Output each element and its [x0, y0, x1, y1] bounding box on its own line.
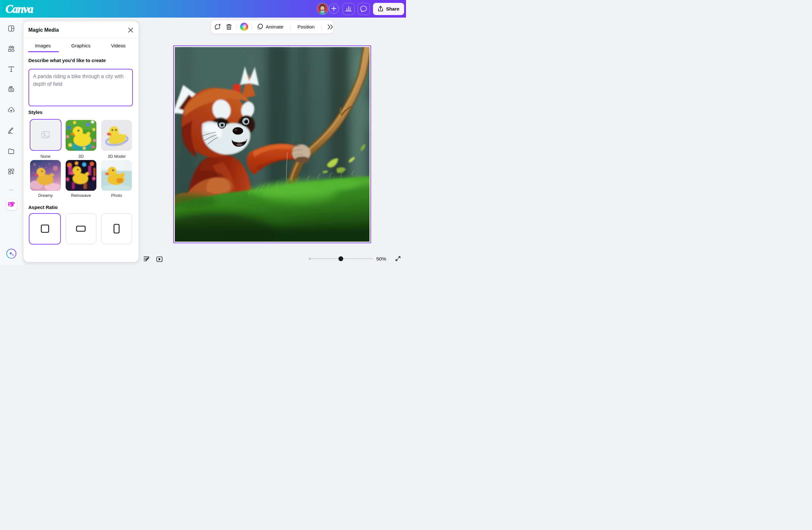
svg-text:Canva: Canva	[5, 3, 33, 15]
svg-text:co: co	[10, 89, 13, 91]
